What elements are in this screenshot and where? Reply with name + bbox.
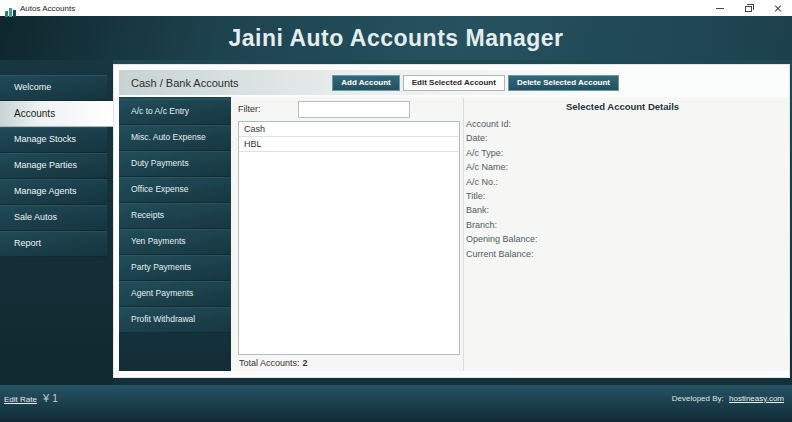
statusbar-right: Developed By: hostineasy.com bbox=[672, 394, 784, 422]
rate-value: ¥ 1 bbox=[43, 392, 58, 404]
close-button[interactable] bbox=[763, 0, 792, 16]
sidebar-item[interactable]: Welcome bbox=[0, 75, 107, 101]
page-title: Cash / Bank Accounts bbox=[119, 77, 329, 89]
total-accounts: Total Accounts:2 bbox=[238, 355, 463, 371]
subnav-tab[interactable]: Duty Payments bbox=[119, 151, 231, 177]
app-window: Autos Accounts Jaini Auto Accounts Manag… bbox=[0, 0, 792, 422]
subnav-tab[interactable]: Profit Withdrawal bbox=[119, 307, 231, 333]
window-title: Autos Accounts bbox=[20, 4, 705, 13]
delete-account-button[interactable]: Delete Selected Account bbox=[508, 75, 619, 91]
sidebar-item[interactable]: Accounts bbox=[0, 101, 113, 127]
minimize-icon bbox=[716, 8, 724, 9]
developer-link[interactable]: hostineasy.com bbox=[729, 394, 784, 403]
subnav-tab[interactable]: Receipts bbox=[119, 203, 231, 229]
subnav-tab[interactable]: Agent Payments bbox=[119, 281, 231, 307]
statusbar-left: Edit Rate ¥ 1 bbox=[4, 392, 58, 422]
toolbar: Add Account Edit Selected Account Delete… bbox=[329, 75, 789, 91]
content-panel: Cash / Bank Accounts Add Account Edit Se… bbox=[113, 64, 790, 378]
sidebar-item[interactable]: Manage Parties bbox=[0, 153, 107, 179]
subnav-tab[interactable]: Yen Payments bbox=[119, 229, 231, 255]
subnav-tab[interactable]: A/c to A/c Entry bbox=[119, 99, 231, 125]
detail-field-label: Date: bbox=[466, 131, 779, 145]
developed-by-label: Developed By: bbox=[672, 394, 724, 403]
detail-field-label: A/c No.: bbox=[466, 175, 779, 189]
sidebar-item[interactable]: Sale Autos bbox=[0, 205, 107, 231]
detail-field-label: Opening Balance: bbox=[466, 232, 779, 246]
app-title: Jaini Auto Accounts Manager bbox=[228, 25, 563, 52]
subnav-tab[interactable]: Party Payments bbox=[119, 255, 231, 281]
filter-row: Filter: bbox=[238, 99, 463, 119]
sidebar-item[interactable]: Manage Stocks bbox=[0, 127, 107, 153]
main-area: Filter: CashHBL Total Accounts:2 Selecte… bbox=[231, 97, 789, 371]
close-icon bbox=[774, 4, 782, 12]
detail-field-label: Title: bbox=[466, 189, 779, 203]
main-body: WelcomeAccountsManage StocksManage Parti… bbox=[0, 60, 792, 385]
add-account-button[interactable]: Add Account bbox=[332, 75, 399, 91]
minimize-button[interactable] bbox=[705, 0, 734, 16]
subnav-tab[interactable]: Misc. Auto Expense bbox=[119, 125, 231, 151]
detail-field-label: Branch: bbox=[466, 218, 779, 232]
sidebar-item[interactable]: Report bbox=[0, 231, 107, 257]
subnav-tabs: A/c to A/c EntryMisc. Auto ExpenseDuty P… bbox=[119, 97, 231, 371]
accounts-list[interactable]: CashHBL bbox=[238, 121, 460, 355]
detail-field-label: Bank: bbox=[466, 203, 779, 217]
details-title: Selected Account Details bbox=[466, 101, 779, 112]
subnav-tab[interactable]: Office Expense bbox=[119, 177, 231, 203]
detail-field-label: Current Balance: bbox=[466, 247, 779, 261]
filter-label: Filter: bbox=[238, 104, 261, 114]
content-row: A/c to A/c EntryMisc. Auto ExpenseDuty P… bbox=[119, 97, 789, 371]
account-list-item[interactable]: HBL bbox=[239, 137, 459, 152]
details-panel: Selected Account Details Account Id:Date… bbox=[463, 98, 789, 371]
app-icon bbox=[5, 3, 16, 13]
accounts-column: Filter: CashHBL Total Accounts:2 bbox=[231, 97, 463, 371]
account-list-item[interactable]: Cash bbox=[239, 122, 459, 137]
details-fields: Account Id:Date:A/c Type:A/c Name:A/c No… bbox=[466, 117, 779, 261]
sidebar: WelcomeAccountsManage StocksManage Parti… bbox=[0, 60, 113, 385]
total-accounts-value: 2 bbox=[303, 358, 308, 368]
detail-field-label: A/c Type: bbox=[466, 146, 779, 160]
detail-field-label: A/c Name: bbox=[466, 160, 779, 174]
detail-field-label: Account Id: bbox=[466, 117, 779, 131]
titlebar: Autos Accounts bbox=[0, 0, 792, 16]
edit-account-button[interactable]: Edit Selected Account bbox=[403, 75, 505, 91]
total-accounts-label: Total Accounts: bbox=[239, 358, 300, 368]
restore-icon bbox=[745, 6, 752, 12]
restore-button[interactable] bbox=[734, 0, 763, 16]
sidebar-item[interactable]: Manage Agents bbox=[0, 179, 107, 205]
app-header: Jaini Auto Accounts Manager bbox=[0, 16, 792, 60]
filter-input[interactable] bbox=[298, 101, 410, 118]
page-header: Cash / Bank Accounts Add Account Edit Se… bbox=[119, 70, 789, 95]
statusbar: Edit Rate ¥ 1 Developed By: hostineasy.c… bbox=[0, 385, 792, 422]
edit-rate-link[interactable]: Edit Rate bbox=[4, 395, 37, 404]
